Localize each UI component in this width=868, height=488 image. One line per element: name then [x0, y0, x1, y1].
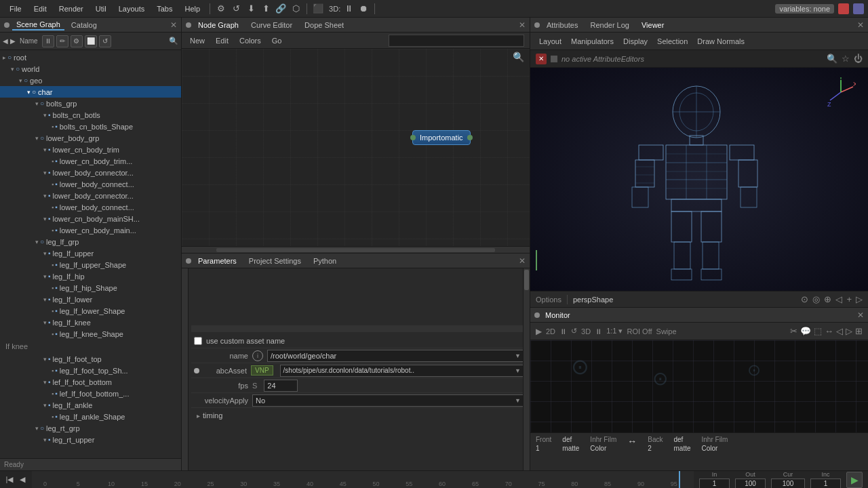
tree-item-bolts-grp[interactable]: ▾ ○ bolts_grp — [0, 98, 181, 109]
tab-render-log[interactable]: Render Log — [585, 20, 635, 30]
nav-forward[interactable]: ▶ — [10, 37, 16, 45]
attr-power-icon[interactable]: ⏻ — [854, 54, 863, 64]
search-icon[interactable]: 🔍 — [169, 37, 178, 45]
tree-item-bolts-cn[interactable]: ▾ ▪ bolts_cn_botls — [0, 109, 181, 121]
monitor-roi-btn[interactable]: ROI Off — [627, 327, 652, 336]
param-name-info[interactable]: i — [252, 350, 263, 361]
nav-back[interactable]: ◀ — [3, 37, 8, 45]
tab-attributes[interactable]: Attributes — [541, 20, 583, 30]
menu-help[interactable]: Help — [179, 3, 205, 14]
canvas-scroll-horizontal[interactable] — [182, 246, 530, 253]
params-scroll-bar[interactable] — [523, 268, 530, 470]
pencil-icon[interactable]: ✏ — [56, 35, 68, 47]
download-icon[interactable]: ⬇ — [244, 2, 258, 16]
toolbar-display[interactable]: Display — [620, 37, 651, 46]
tab-node-graph[interactable]: Node Graph — [193, 20, 244, 30]
param-abc-dropdown[interactable]: /shots/pipe/usr.dconlon/data/tutorials/r… — [280, 365, 524, 377]
toolbar-selection[interactable]: Selection — [654, 37, 691, 46]
monitor-swipe-btn[interactable]: Swipe — [656, 327, 677, 336]
tree-item-connector1b[interactable]: ▪ ▪ lower_body_connect... — [0, 178, 181, 190]
tree-item-leg-upper[interactable]: ▾ ▪ leg_lf_upper — [0, 247, 181, 259]
tab-viewer[interactable]: Viewer — [636, 20, 669, 30]
ng-edit-btn[interactable]: Edit — [213, 36, 231, 45]
monitor-close[interactable]: ✕ — [857, 310, 864, 320]
toolbar-manipulators[interactable]: Manipulators — [568, 37, 617, 46]
viewer-icon-4[interactable]: ◁ — [835, 294, 842, 304]
tree-item-lef-foot-bottom-sh[interactable]: ▪ ▪ lef_lf_foot_bottom_... — [0, 388, 181, 399]
link-icon[interactable]: 🔗 — [274, 2, 288, 16]
record-icon[interactable]: ⏺ — [357, 2, 370, 16]
ng-new-btn[interactable]: New — [187, 36, 208, 45]
tree-item-leg-lf-grp[interactable]: ▾ ○ leg_lf_grp — [0, 236, 181, 247]
monitor-icon-3[interactable]: ⬚ — [814, 326, 822, 336]
tab-scene-graph[interactable]: Scene Graph — [12, 20, 64, 30]
tree-item-leg-foot-top-sh[interactable]: ▪ ▪ leg_lf_foot_top_Sh... — [0, 365, 181, 376]
pause-icon[interactable]: ⏸ — [342, 2, 355, 16]
viewer-icon-6[interactable]: ▷ — [856, 294, 863, 304]
play-button[interactable]: ▶ — [846, 472, 863, 488]
canvas-search-icon[interactable]: 🔍 — [513, 52, 524, 62]
viewer-icon-5[interactable]: + — [846, 294, 852, 304]
monitor-pause-icon[interactable]: ⏸ — [559, 327, 567, 336]
tree-item-leg-hip[interactable]: ▾ ▪ leg_lf_hip — [0, 270, 181, 282]
tree-item-leg-upper-shape[interactable]: ▪ ▪ leg_lf_upper_Shape — [0, 259, 181, 270]
stop-icon[interactable]: ⬛ — [311, 2, 325, 16]
settings-icon[interactable]: ⚙ — [214, 2, 228, 16]
param-row-timing[interactable]: ▸ timing — [191, 408, 527, 423]
tree-item-lower-body-grp[interactable]: ▾ ○ lower_body_grp — [0, 132, 181, 144]
monitor-refresh-icon[interactable]: ↺ — [571, 327, 577, 336]
node-port-right[interactable] — [467, 135, 473, 140]
tab-curve-editor[interactable]: Curve Editor — [245, 20, 298, 30]
node-port-left[interactable] — [410, 135, 416, 140]
tree-item-geo[interactable]: ▾ ○ geo — [0, 75, 181, 86]
tree-item-leg-knee[interactable]: ▾ ▪ leg_lf_knee — [0, 317, 181, 328]
params-scroll-thumb[interactable] — [524, 270, 529, 290]
monitor-3d-btn[interactable]: 3D — [581, 327, 591, 336]
tree-item-char[interactable]: ▾ ○ char — [0, 86, 181, 98]
panel-close[interactable]: ✕ — [170, 20, 177, 30]
arrow-icon[interactable]: ↺ — [99, 35, 111, 47]
tree-item-leg-hip-shape[interactable]: ▪ ▪ leg_lf_hip_Shape — [0, 282, 181, 293]
monitor-icon-4[interactable]: ↔ — [825, 326, 833, 336]
monitor-icon-6[interactable]: ▷ — [846, 326, 852, 336]
param-name-dropdown[interactable]: /root/world/geo/char ▼ — [267, 350, 524, 362]
monitor-pause-icon-2[interactable]: ⏸ — [595, 327, 602, 336]
pause-ctrl[interactable]: ⏸ — [42, 35, 54, 47]
tree-item-root[interactable]: ▸ ○ root — [0, 52, 181, 63]
ng-go-btn[interactable]: Go — [269, 36, 285, 45]
tree-item-bolts-shape[interactable]: ▪ ▪ bolts_cn_botls_Shape — [0, 121, 181, 132]
monitor-play-btn[interactable]: ▶ — [536, 327, 542, 336]
hex-icon[interactable]: ⬡ — [289, 2, 302, 16]
attr-close-btn[interactable]: ✕ — [536, 54, 547, 64]
monitor-icon-7[interactable]: ⊞ — [855, 326, 863, 336]
importomatic-node[interactable]: Importomatic — [412, 130, 471, 145]
tree-item-leg-knee-shape[interactable]: ▪ ▪ leg_lf_knee_Shape — [0, 328, 181, 340]
tab-catalog[interactable]: Catalog — [67, 20, 101, 30]
param-velocity-dropdown[interactable]: No ▼ — [252, 394, 524, 407]
viewer-icon-1[interactable]: ⊙ — [801, 294, 808, 304]
tree-item-leg-foot-top[interactable]: ▾ ▪ leg_lf_foot_top — [0, 353, 181, 365]
tree-item-leg-lower-shape[interactable]: ▪ ▪ leg_lf_lower_Shape — [0, 305, 181, 317]
monitor-icon-1[interactable]: ✂ — [790, 326, 797, 336]
tree-item-world[interactable]: ▾ ○ world — [0, 63, 181, 75]
tree-item-lower-cn[interactable]: ▾ ▪ lower_cn_body_trim — [0, 144, 181, 155]
tab-dope-sheet[interactable]: Dope Sheet — [299, 20, 349, 30]
menu-render[interactable]: Render — [54, 3, 89, 14]
tree-item-leg-lower[interactable]: ▾ ▪ leg_lf_lower — [0, 293, 181, 305]
attr-star-icon[interactable]: ☆ — [842, 54, 850, 64]
menu-file[interactable]: File — [4, 3, 27, 14]
frame-icon[interactable]: ⬜ — [85, 35, 97, 47]
tl-inc-field[interactable] — [810, 479, 841, 489]
tab-project-settings[interactable]: Project Settings — [243, 256, 307, 266]
viewer-icon-2[interactable]: ◎ — [812, 294, 820, 304]
tl-cur-field[interactable] — [771, 479, 805, 489]
tree-item-connector1[interactable]: ▾ ▪ lower_body_connector... — [0, 167, 181, 178]
upload-icon[interactable]: ⬆ — [259, 2, 273, 16]
tl-prev-frame[interactable]: ◀ — [17, 474, 28, 485]
toolbar-layout[interactable]: Layout — [536, 37, 565, 46]
menu-edit[interactable]: Edit — [28, 3, 52, 14]
monitor-ratio-btn[interactable]: 1:1 ▾ — [606, 327, 623, 336]
tab-parameters[interactable]: Parameters — [193, 256, 242, 266]
tree-item-leg-rt-upper[interactable]: ▾ ▪ leg_rt_upper — [0, 434, 181, 445]
custom-asset-checkbox[interactable] — [194, 337, 202, 345]
